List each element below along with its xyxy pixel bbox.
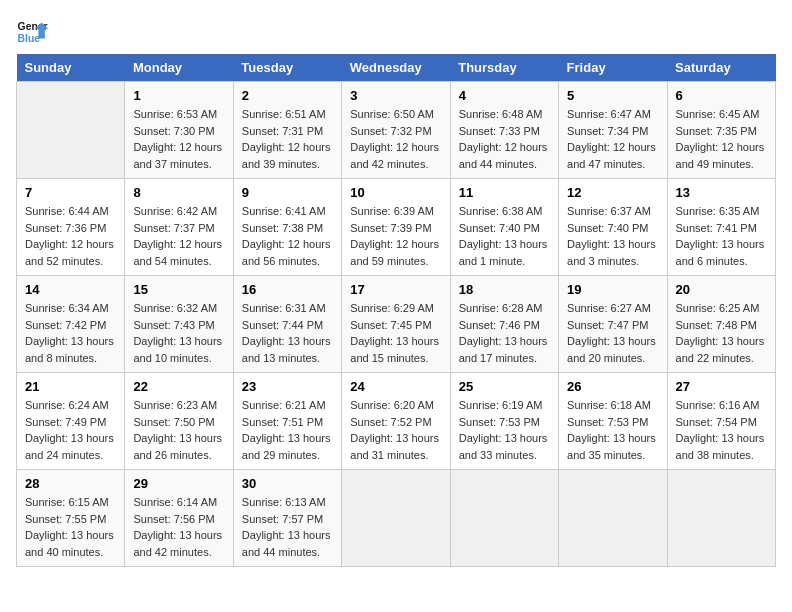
- calendar-cell: 10Sunrise: 6:39 AMSunset: 7:39 PMDayligh…: [342, 179, 450, 276]
- calendar-table: SundayMondayTuesdayWednesdayThursdayFrid…: [16, 54, 776, 567]
- cell-info: Sunrise: 6:50 AMSunset: 7:32 PMDaylight:…: [350, 106, 441, 172]
- day-number: 28: [25, 476, 116, 491]
- day-number: 27: [676, 379, 767, 394]
- day-number: 13: [676, 185, 767, 200]
- calendar-cell: 19Sunrise: 6:27 AMSunset: 7:47 PMDayligh…: [559, 276, 667, 373]
- cell-info: Sunrise: 6:53 AMSunset: 7:30 PMDaylight:…: [133, 106, 224, 172]
- calendar-cell: 5Sunrise: 6:47 AMSunset: 7:34 PMDaylight…: [559, 82, 667, 179]
- day-number: 4: [459, 88, 550, 103]
- calendar-cell: 13Sunrise: 6:35 AMSunset: 7:41 PMDayligh…: [667, 179, 775, 276]
- calendar-cell: 1Sunrise: 6:53 AMSunset: 7:30 PMDaylight…: [125, 82, 233, 179]
- day-number: 9: [242, 185, 333, 200]
- calendar-cell: [450, 470, 558, 567]
- day-number: 16: [242, 282, 333, 297]
- weekday-header-cell: Wednesday: [342, 54, 450, 82]
- header: General Blue: [16, 16, 776, 48]
- calendar-cell: 15Sunrise: 6:32 AMSunset: 7:43 PMDayligh…: [125, 276, 233, 373]
- day-number: 17: [350, 282, 441, 297]
- cell-info: Sunrise: 6:15 AMSunset: 7:55 PMDaylight:…: [25, 494, 116, 560]
- cell-info: Sunrise: 6:48 AMSunset: 7:33 PMDaylight:…: [459, 106, 550, 172]
- weekday-header-cell: Friday: [559, 54, 667, 82]
- calendar-row: 14Sunrise: 6:34 AMSunset: 7:42 PMDayligh…: [17, 276, 776, 373]
- calendar-cell: 22Sunrise: 6:23 AMSunset: 7:50 PMDayligh…: [125, 373, 233, 470]
- day-number: 14: [25, 282, 116, 297]
- calendar-cell: 25Sunrise: 6:19 AMSunset: 7:53 PMDayligh…: [450, 373, 558, 470]
- calendar-row: 7Sunrise: 6:44 AMSunset: 7:36 PMDaylight…: [17, 179, 776, 276]
- calendar-cell: 29Sunrise: 6:14 AMSunset: 7:56 PMDayligh…: [125, 470, 233, 567]
- day-number: 10: [350, 185, 441, 200]
- calendar-cell: 20Sunrise: 6:25 AMSunset: 7:48 PMDayligh…: [667, 276, 775, 373]
- weekday-header-cell: Monday: [125, 54, 233, 82]
- cell-info: Sunrise: 6:44 AMSunset: 7:36 PMDaylight:…: [25, 203, 116, 269]
- calendar-cell: 23Sunrise: 6:21 AMSunset: 7:51 PMDayligh…: [233, 373, 341, 470]
- day-number: 11: [459, 185, 550, 200]
- cell-info: Sunrise: 6:27 AMSunset: 7:47 PMDaylight:…: [567, 300, 658, 366]
- day-number: 22: [133, 379, 224, 394]
- day-number: 15: [133, 282, 224, 297]
- day-number: 24: [350, 379, 441, 394]
- cell-info: Sunrise: 6:28 AMSunset: 7:46 PMDaylight:…: [459, 300, 550, 366]
- calendar-cell: 3Sunrise: 6:50 AMSunset: 7:32 PMDaylight…: [342, 82, 450, 179]
- day-number: 7: [25, 185, 116, 200]
- cell-info: Sunrise: 6:38 AMSunset: 7:40 PMDaylight:…: [459, 203, 550, 269]
- day-number: 5: [567, 88, 658, 103]
- cell-info: Sunrise: 6:16 AMSunset: 7:54 PMDaylight:…: [676, 397, 767, 463]
- calendar-cell: 27Sunrise: 6:16 AMSunset: 7:54 PMDayligh…: [667, 373, 775, 470]
- calendar-cell: [342, 470, 450, 567]
- cell-info: Sunrise: 6:25 AMSunset: 7:48 PMDaylight:…: [676, 300, 767, 366]
- calendar-cell: 17Sunrise: 6:29 AMSunset: 7:45 PMDayligh…: [342, 276, 450, 373]
- cell-info: Sunrise: 6:24 AMSunset: 7:49 PMDaylight:…: [25, 397, 116, 463]
- calendar-row: 1Sunrise: 6:53 AMSunset: 7:30 PMDaylight…: [17, 82, 776, 179]
- calendar-cell: 21Sunrise: 6:24 AMSunset: 7:49 PMDayligh…: [17, 373, 125, 470]
- cell-info: Sunrise: 6:20 AMSunset: 7:52 PMDaylight:…: [350, 397, 441, 463]
- weekday-header-row: SundayMondayTuesdayWednesdayThursdayFrid…: [17, 54, 776, 82]
- calendar-cell: 26Sunrise: 6:18 AMSunset: 7:53 PMDayligh…: [559, 373, 667, 470]
- calendar-cell: 9Sunrise: 6:41 AMSunset: 7:38 PMDaylight…: [233, 179, 341, 276]
- calendar-cell: [17, 82, 125, 179]
- calendar-cell: 16Sunrise: 6:31 AMSunset: 7:44 PMDayligh…: [233, 276, 341, 373]
- cell-info: Sunrise: 6:13 AMSunset: 7:57 PMDaylight:…: [242, 494, 333, 560]
- logo: General Blue: [16, 16, 48, 48]
- cell-info: Sunrise: 6:51 AMSunset: 7:31 PMDaylight:…: [242, 106, 333, 172]
- calendar-cell: 6Sunrise: 6:45 AMSunset: 7:35 PMDaylight…: [667, 82, 775, 179]
- cell-info: Sunrise: 6:23 AMSunset: 7:50 PMDaylight:…: [133, 397, 224, 463]
- cell-info: Sunrise: 6:47 AMSunset: 7:34 PMDaylight:…: [567, 106, 658, 172]
- day-number: 23: [242, 379, 333, 394]
- calendar-row: 21Sunrise: 6:24 AMSunset: 7:49 PMDayligh…: [17, 373, 776, 470]
- calendar-cell: [559, 470, 667, 567]
- cell-info: Sunrise: 6:18 AMSunset: 7:53 PMDaylight:…: [567, 397, 658, 463]
- day-number: 18: [459, 282, 550, 297]
- cell-info: Sunrise: 6:42 AMSunset: 7:37 PMDaylight:…: [133, 203, 224, 269]
- cell-info: Sunrise: 6:14 AMSunset: 7:56 PMDaylight:…: [133, 494, 224, 560]
- weekday-header-cell: Saturday: [667, 54, 775, 82]
- cell-info: Sunrise: 6:45 AMSunset: 7:35 PMDaylight:…: [676, 106, 767, 172]
- cell-info: Sunrise: 6:37 AMSunset: 7:40 PMDaylight:…: [567, 203, 658, 269]
- calendar-cell: 30Sunrise: 6:13 AMSunset: 7:57 PMDayligh…: [233, 470, 341, 567]
- day-number: 26: [567, 379, 658, 394]
- cell-info: Sunrise: 6:35 AMSunset: 7:41 PMDaylight:…: [676, 203, 767, 269]
- day-number: 3: [350, 88, 441, 103]
- day-number: 6: [676, 88, 767, 103]
- day-number: 29: [133, 476, 224, 491]
- cell-info: Sunrise: 6:41 AMSunset: 7:38 PMDaylight:…: [242, 203, 333, 269]
- calendar-cell: 2Sunrise: 6:51 AMSunset: 7:31 PMDaylight…: [233, 82, 341, 179]
- weekday-header-cell: Sunday: [17, 54, 125, 82]
- day-number: 20: [676, 282, 767, 297]
- day-number: 12: [567, 185, 658, 200]
- calendar-cell: 11Sunrise: 6:38 AMSunset: 7:40 PMDayligh…: [450, 179, 558, 276]
- calendar-cell: 24Sunrise: 6:20 AMSunset: 7:52 PMDayligh…: [342, 373, 450, 470]
- calendar-cell: [667, 470, 775, 567]
- cell-info: Sunrise: 6:29 AMSunset: 7:45 PMDaylight:…: [350, 300, 441, 366]
- cell-info: Sunrise: 6:32 AMSunset: 7:43 PMDaylight:…: [133, 300, 224, 366]
- calendar-cell: 4Sunrise: 6:48 AMSunset: 7:33 PMDaylight…: [450, 82, 558, 179]
- day-number: 19: [567, 282, 658, 297]
- calendar-cell: 28Sunrise: 6:15 AMSunset: 7:55 PMDayligh…: [17, 470, 125, 567]
- svg-text:Blue: Blue: [18, 33, 41, 44]
- day-number: 2: [242, 88, 333, 103]
- calendar-row: 28Sunrise: 6:15 AMSunset: 7:55 PMDayligh…: [17, 470, 776, 567]
- logo-icon: General Blue: [16, 16, 48, 48]
- calendar-cell: 7Sunrise: 6:44 AMSunset: 7:36 PMDaylight…: [17, 179, 125, 276]
- day-number: 1: [133, 88, 224, 103]
- cell-info: Sunrise: 6:19 AMSunset: 7:53 PMDaylight:…: [459, 397, 550, 463]
- calendar-cell: 18Sunrise: 6:28 AMSunset: 7:46 PMDayligh…: [450, 276, 558, 373]
